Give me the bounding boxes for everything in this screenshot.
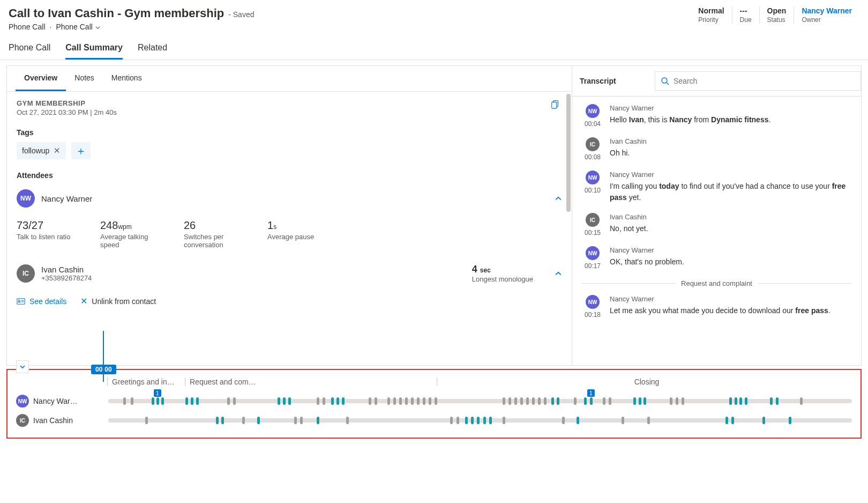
timeline-expand-button[interactable] [16, 360, 29, 373]
timeline-tick[interactable] [123, 397, 126, 405]
timeline-tick[interactable] [776, 397, 779, 405]
transcript-entry[interactable]: IC00:15Ivan CashinNo, not yet. [582, 213, 851, 236]
channel-dropdown[interactable]: Phone Call [56, 23, 100, 31]
timeline-tick[interactable] [317, 417, 319, 424]
timeline-tick[interactable] [257, 417, 260, 424]
timeline-tick[interactable] [603, 397, 605, 405]
timeline-tick[interactable] [216, 417, 219, 424]
timeline-tick[interactable] [622, 417, 624, 424]
timeline-tick[interactable] [227, 397, 230, 405]
timeline-tick[interactable] [538, 397, 541, 405]
timeline-tick[interactable] [399, 397, 402, 405]
subtab-notes[interactable]: Notes [66, 66, 103, 91]
timeline-tick[interactable] [590, 397, 593, 405]
timeline-tick[interactable] [643, 397, 646, 405]
timeline-tick[interactable] [465, 417, 468, 424]
timeline-tick[interactable] [557, 397, 559, 405]
timeline-tick[interactable] [800, 397, 803, 405]
timeline-tick[interactable] [503, 397, 505, 405]
timeline-tick[interactable] [131, 397, 133, 405]
timeline-tick[interactable] [152, 397, 154, 405]
timeline-tick[interactable] [145, 417, 148, 424]
remove-tag-icon[interactable]: ✕ [54, 146, 61, 156]
timeline-tick[interactable] [221, 417, 224, 424]
timeline-tick[interactable] [770, 397, 773, 405]
timeline-tick[interactable] [294, 417, 297, 424]
see-details-link[interactable]: See details [17, 297, 66, 306]
timeline-tick[interactable] [323, 397, 325, 405]
transcript-entry[interactable]: IC00:08Ivan CashinOh hi. [582, 137, 851, 161]
collapse-attendee-button[interactable] [555, 195, 562, 202]
timeline-tick[interactable] [520, 397, 523, 405]
timeline-tick[interactable] [532, 397, 535, 405]
timeline-tick[interactable] [185, 397, 188, 405]
timeline-tick[interactable] [423, 397, 425, 405]
timeline-tick[interactable] [387, 397, 390, 405]
timeline-tick[interactable] [514, 397, 517, 405]
playhead-time[interactable]: 00:00 [91, 365, 116, 374]
segment-closing[interactable]: Closing [437, 378, 852, 386]
scrollbar-thumb[interactable] [566, 94, 571, 212]
timeline-tick[interactable] [745, 397, 747, 405]
tag-followup[interactable]: followup ✕ [17, 142, 66, 159]
transcript-entry[interactable]: NW00:18Nancy WarnerLet me ask you what m… [582, 295, 851, 319]
timeline-tick[interactable] [489, 417, 492, 424]
priority-field[interactable]: Normal Priority [691, 6, 731, 24]
timeline-tick[interactable] [196, 397, 199, 405]
timeline-tick[interactable] [405, 397, 408, 405]
timeline-tick[interactable] [429, 397, 431, 405]
due-field[interactable]: --- Due [732, 6, 759, 24]
status-field[interactable]: Open Status [759, 6, 794, 24]
transcript-entry[interactable]: NW00:17Nancy WarnerOK, that's no problem… [582, 246, 851, 270]
timeline-tick[interactable] [483, 417, 486, 424]
timeline-tick[interactable] [288, 397, 291, 405]
timeline-tick[interactable] [544, 397, 547, 405]
timeline-tick[interactable] [508, 397, 511, 405]
timeline-tick[interactable] [435, 397, 437, 405]
timeline-tick[interactable] [789, 417, 791, 424]
timeline-badge[interactable]: 1 [154, 389, 161, 397]
timeline-tick[interactable] [682, 397, 684, 405]
timeline-tick[interactable] [233, 397, 236, 405]
timeline-tick[interactable] [526, 397, 529, 405]
timeline-tick[interactable] [393, 397, 396, 405]
timeline-tick[interactable] [342, 397, 345, 405]
subtab-overview[interactable]: Overview [16, 66, 66, 91]
timeline-tick[interactable] [639, 397, 641, 405]
timeline-tick[interactable] [647, 417, 650, 424]
timeline-tick[interactable] [411, 397, 414, 405]
timeline-tick[interactable] [477, 417, 480, 424]
transcript-entry[interactable]: NW00:04Nancy WarnerHello Ivan, this is N… [582, 104, 851, 128]
transcript-entry[interactable]: NW00:10Nancy WarnerI'm calling you today… [582, 171, 851, 203]
subtab-mentions[interactable]: Mentions [103, 66, 151, 91]
timeline-badge[interactable]: 1 [587, 389, 595, 397]
timeline-tick[interactable] [762, 417, 765, 424]
timeline-tick[interactable] [161, 397, 164, 405]
transcript-search[interactable] [655, 71, 861, 91]
timeline-tick[interactable] [375, 397, 377, 405]
timeline-tick[interactable] [317, 397, 319, 405]
tab-call-summary[interactable]: Call Summary [65, 38, 123, 60]
timeline-tick[interactable] [735, 397, 737, 405]
timeline-tick[interactable] [729, 397, 732, 405]
timeline-tick[interactable] [731, 417, 734, 424]
timeline-tick[interactable] [450, 417, 453, 424]
timeline-tick[interactable] [336, 397, 339, 405]
owner-field[interactable]: Nancy Warner Owner [794, 6, 859, 24]
timeline-tick[interactable] [331, 397, 334, 405]
timeline-tick[interactable] [242, 417, 245, 424]
search-input[interactable] [674, 77, 855, 85]
timeline-tick[interactable] [670, 397, 672, 405]
timeline-tick[interactable] [417, 397, 420, 405]
timeline-tick[interactable] [739, 397, 742, 405]
timeline-tick[interactable] [300, 417, 303, 424]
timeline-track-ivan[interactable] [108, 418, 852, 423]
segment-request[interactable]: Request and com… [185, 378, 437, 386]
timeline-tick[interactable] [676, 397, 678, 405]
timeline-tick[interactable] [503, 417, 505, 424]
timeline-tick[interactable] [346, 417, 349, 424]
timeline-tick[interactable] [551, 397, 554, 405]
timeline-tick[interactable] [191, 397, 193, 405]
timeline-tick[interactable] [278, 397, 280, 405]
timeline-tick[interactable] [725, 417, 728, 424]
